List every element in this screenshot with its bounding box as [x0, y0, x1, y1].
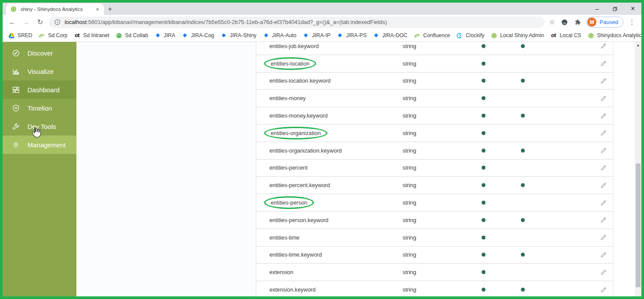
forward-icon[interactable]: →	[21, 18, 31, 26]
edit-field-button[interactable]	[600, 112, 607, 119]
field-row: entities-organization.keyword string	[256, 142, 613, 160]
hex-icon	[587, 32, 594, 39]
swoosh-icon	[38, 32, 45, 39]
site-info-icon[interactable]	[54, 19, 61, 25]
bookmark-label: JIRA-Shiny	[230, 32, 256, 38]
bookmark-label: JIRA-Auto	[272, 32, 296, 38]
sidebar-item[interactable]: Discover	[3, 44, 76, 62]
extension-globe-icon[interactable]	[560, 19, 569, 26]
scroll-up-arrow[interactable]: ▲	[635, 42, 641, 48]
bookmark-item[interactable]: Confluence	[413, 32, 450, 39]
edit-field-button[interactable]	[600, 42, 607, 49]
profile-button[interactable]: M Paused	[586, 17, 623, 28]
field-row: entities-money.keyword string	[256, 107, 613, 125]
edit-field-button[interactable]	[600, 199, 607, 206]
shield-icon	[12, 104, 20, 112]
minimize-button[interactable]: –	[596, 6, 599, 12]
scrollbar-thumb[interactable]	[636, 163, 641, 287]
bookmark-star-icon[interactable]: ☆	[548, 18, 556, 26]
bookmark-label: Sd Intranet	[83, 32, 110, 38]
bookmark-item[interactable]: ot Local CS	[550, 32, 581, 39]
scrollbar[interactable]: ▲	[635, 42, 641, 296]
bookmark-item[interactable]: JIRA-PS	[337, 32, 367, 39]
compass-icon	[12, 49, 20, 57]
reload-icon[interactable]: ↻	[35, 18, 45, 26]
edit-field-button[interactable]	[600, 147, 607, 154]
url-text: localhost:5601/app/kibana#/management/ki…	[65, 19, 387, 25]
bookmarks-bar: SRED Sd Corp ot Sd Intranet Sd Collab	[3, 29, 641, 42]
sidebar-item-label: Dashboard	[28, 86, 59, 94]
jira-icon	[337, 32, 344, 39]
edit-field-button[interactable]	[600, 60, 607, 67]
sidebar-item[interactable]: Visualize	[3, 62, 76, 80]
edit-field-button[interactable]	[600, 286, 607, 293]
edit-field-button[interactable]	[600, 182, 607, 189]
edit-field-button[interactable]	[600, 234, 607, 241]
bookmark-item[interactable]: Shinydocs Analytics	[587, 32, 641, 39]
back-icon[interactable]: ←	[7, 18, 17, 26]
extensions-puzzle-icon[interactable]	[573, 19, 582, 26]
edit-field-button[interactable]	[600, 77, 607, 84]
field-type: string	[403, 95, 466, 101]
field-row: extension string	[256, 264, 613, 281]
bookmark-item[interactable]: JIRA-Auto	[262, 32, 296, 39]
bookmark-item[interactable]: JIRA	[154, 32, 175, 39]
chrome-menu-icon[interactable]: ⋮	[627, 18, 637, 26]
restore-button[interactable]	[613, 7, 617, 11]
edit-field-button[interactable]	[600, 251, 607, 258]
field-row: entities-time string	[256, 229, 613, 247]
field-row: extension.keyword string	[256, 281, 613, 296]
sidebar-item[interactable]: Timelion	[3, 99, 76, 117]
field-name: entities-organization.keyword	[269, 147, 342, 154]
wrench-icon	[12, 122, 20, 131]
page-content: Discover Visualize Dashboard Timelion	[3, 42, 641, 296]
bookmark-item[interactable]: JIRA-Cog	[182, 32, 214, 39]
sidebar-item-label: Timelion	[28, 104, 52, 112]
field-name: entities-percent.keyword	[269, 182, 330, 188]
aggregatable-dot	[521, 149, 525, 153]
sidebar-item[interactable]: Management	[3, 136, 76, 154]
drive-icon	[8, 32, 15, 39]
edit-field-button[interactable]	[600, 216, 607, 223]
new-tab-button[interactable]: +	[104, 3, 116, 15]
edit-field-button[interactable]	[600, 164, 607, 171]
sidebar-item[interactable]: Dev Tools	[3, 117, 76, 136]
edit-field-button[interactable]	[600, 95, 607, 102]
bookmark-label: Local Shiny Admin	[500, 32, 544, 38]
aggregatable-dot	[521, 114, 525, 118]
bookmark-item[interactable]: Sd Corp	[38, 32, 68, 39]
field-type: string	[403, 147, 466, 154]
bookmark-label: Sd Collab	[125, 32, 148, 38]
field-name: extension	[269, 269, 293, 275]
field-type: string	[403, 286, 466, 293]
browser-tab[interactable]: shiny - Shinydocs Analytics ×	[6, 3, 104, 15]
bookmark-item[interactable]: Sd Collab	[115, 32, 148, 39]
field-type: string	[403, 251, 466, 258]
bookmark-item[interactable]: SRED	[8, 32, 32, 39]
browser-toolbar: ← → ↻ localhost:5601/app/kibana#/managem…	[3, 15, 641, 29]
bookmark-item[interactable]: Clockify	[456, 32, 485, 39]
url-path: :5601/app/kibana#/management/kibana/indi…	[87, 19, 387, 25]
searchable-dot	[482, 253, 486, 257]
address-bar[interactable]: localhost:5601/app/kibana#/management/ki…	[49, 17, 544, 28]
aggregatable-dot	[521, 253, 525, 257]
searchable-dot	[482, 44, 486, 48]
bookmark-item[interactable]: JIRA-IP	[303, 32, 331, 39]
bookmark-label: Confluence	[423, 32, 450, 38]
bookmark-item[interactable]: JIRA-Shiny	[220, 32, 256, 39]
edit-field-button[interactable]	[600, 129, 607, 136]
aggregatable-dot	[521, 218, 525, 222]
bookmark-label: Local CS	[560, 32, 581, 38]
bookmark-label: JIRA-DOC	[382, 32, 408, 38]
bookmark-item[interactable]: ot Sd Intranet	[74, 32, 110, 39]
sidebar-item-label: Management	[28, 141, 66, 149]
close-window-button[interactable]: ×	[631, 5, 635, 12]
bar-chart-icon	[12, 67, 20, 76]
field-row: entities-job.keyword string	[256, 42, 613, 55]
sidebar-item[interactable]: Dashboard	[3, 80, 76, 99]
bookmark-item[interactable]: JIRA-DOC	[373, 32, 408, 39]
edit-field-button[interactable]	[600, 269, 607, 276]
tab-close-icon[interactable]: ×	[95, 6, 100, 13]
bookmark-label: JIRA-PS	[346, 32, 367, 38]
bookmark-item[interactable]: Local Shiny Admin	[490, 32, 544, 39]
